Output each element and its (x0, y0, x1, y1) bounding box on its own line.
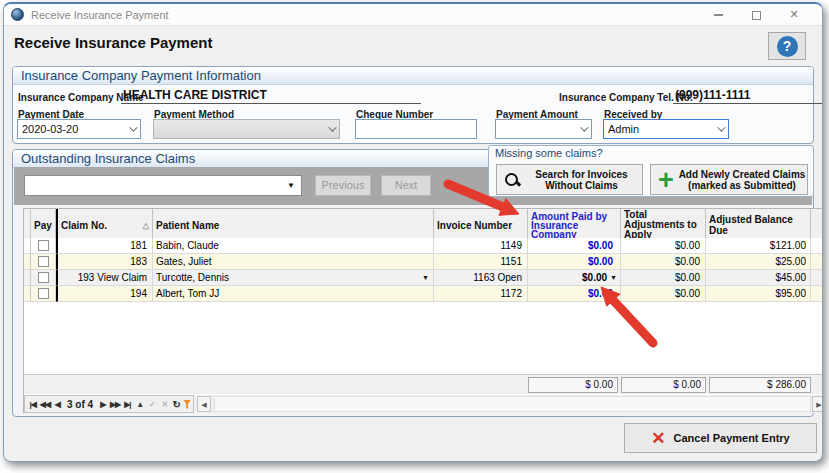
patient-name-combo[interactable]: Turcotte, Dennis ▼ (153, 270, 434, 286)
minimize-button[interactable] (710, 7, 726, 23)
payment-date-value: 2020-03-20 (22, 123, 78, 135)
last-record-button[interactable]: ▶| (122, 400, 133, 409)
next-record-button[interactable]: ▶ (97, 400, 108, 409)
scroll-left-button[interactable]: ◀ (197, 396, 211, 412)
minimize-icon (714, 14, 723, 16)
row-filler (811, 286, 823, 302)
sort-ascending-icon: △ (143, 221, 149, 230)
claim-no-cell: 194 (56, 286, 153, 302)
balance-cell: $25.00 (706, 254, 811, 270)
scroll-right-button[interactable]: ▶ (812, 396, 823, 412)
next-button[interactable]: Next (381, 175, 431, 196)
receive-insurance-payment-dialog: Receive Insurance Payment ✕ Receive Insu… (3, 2, 823, 462)
claims-filter-combo[interactable]: ▼ (24, 175, 302, 196)
collapse-button[interactable]: ▲ (134, 400, 145, 409)
pay-checkbox[interactable] (38, 288, 49, 299)
cancel-payment-button[interactable]: ✕ Cancel Payment Entry (624, 423, 817, 453)
dropdown-icon: ▼ (283, 178, 299, 193)
record-navigator: |◀ ◀◀ ◀ 3 of 4 ▶ ▶▶ ▶| ▲ ✓ ✕ ↻ (24, 395, 194, 413)
table-row-selected: 193 View Claim Turcotte, Dennis ▼ 1163 O… (24, 270, 823, 286)
balance-cell: $45.00 (706, 270, 811, 286)
payment-info-section: Insurance Company Payment Information In… (12, 66, 814, 144)
horizontal-scrollbar-track[interactable] (214, 396, 811, 412)
adjustments-cell: $0.00 (621, 270, 706, 286)
search-invoices-label: Search for Invoices Without Claims (521, 169, 642, 191)
invoice-number-cell: 1172 (434, 286, 528, 302)
pay-checkbox[interactable] (38, 256, 49, 267)
next-page-button[interactable]: ▶▶ (109, 400, 120, 409)
row-filler (811, 238, 823, 254)
missing-claims-panel: Missing some claims? Search for Invoices… (488, 145, 814, 197)
grid-navigator: |◀ ◀◀ ◀ 3 of 4 ▶ ▶▶ ▶| ▲ ✓ ✕ ↻ ◀ ▶ (24, 395, 823, 413)
tel-value: (999)111-1111 (673, 88, 823, 104)
table-row: 183 Gates, Juliet 1151 $0.00 $0.00 $25.0… (24, 254, 823, 270)
invoice-number-cell: 1151 (434, 254, 528, 270)
commit-edit-button[interactable]: ✓ (146, 400, 157, 409)
close-icon: ✕ (789, 8, 798, 20)
claim-no-cell[interactable]: 193 View Claim (56, 270, 153, 286)
pay-cell (31, 286, 56, 302)
maximize-icon (752, 11, 761, 20)
invoice-number-cell: 1163 Open (434, 270, 528, 286)
amount-paid-cell[interactable]: $0.00 (528, 238, 621, 254)
row-indicator (24, 238, 31, 254)
prev-record-button[interactable]: ◀ (52, 400, 63, 409)
cancel-payment-label: Cancel Payment Entry (674, 432, 790, 444)
filter-icon[interactable] (183, 400, 191, 409)
payment-amount-combo[interactable] (495, 119, 592, 139)
cheque-number-input[interactable] (355, 119, 477, 139)
pay-checkbox[interactable] (38, 240, 49, 251)
adjustments-cell: $0.00 (621, 254, 706, 270)
row-indicator (24, 254, 31, 270)
dropdown-icon: ▼ (610, 270, 617, 285)
refresh-button[interactable]: ↻ (171, 399, 182, 410)
received-by-combo[interactable]: Admin (603, 119, 729, 139)
title-bar: Receive Insurance Payment ✕ (4, 4, 822, 26)
plus-icon: + (655, 169, 677, 191)
row-filler (811, 254, 823, 270)
total-amount-paid: $ 0.00 (528, 377, 618, 393)
payment-method-combo (153, 119, 340, 139)
close-button[interactable]: ✕ (786, 7, 802, 23)
claim-no-cell: 181 (56, 238, 153, 254)
company-name-value: HEALTH CARE DISTRICT (121, 88, 421, 104)
invoice-number-cell: 1149 (434, 238, 528, 254)
total-adjustments: $ 0.00 (621, 377, 706, 393)
patient-name-cell: Albert, Tom JJ (153, 286, 434, 302)
dropdown-icon: ▼ (422, 270, 429, 285)
page-title: Receive Insurance Payment (14, 34, 212, 51)
help-icon: ? (777, 36, 798, 57)
maximize-button[interactable] (748, 7, 764, 23)
claims-filter-value (25, 180, 29, 192)
add-claims-label-line1: Add Newly Created Claims (679, 169, 806, 180)
adjustments-cell: $0.00 (621, 238, 706, 254)
prev-page-button[interactable]: ◀◀ (39, 400, 50, 409)
balance-cell: $121.00 (706, 238, 811, 254)
amount-paid-editor[interactable]: $0.00 ▼ (528, 270, 621, 286)
payment-date-combo[interactable]: 2020-03-20 (17, 119, 141, 139)
chevron-down-icon (129, 123, 137, 131)
amount-paid-cell[interactable]: $0.00 (528, 254, 621, 270)
row-indicator (24, 286, 31, 302)
row-indicator (24, 270, 31, 286)
adjustments-cell: $0.00 (621, 286, 706, 302)
window-title: Receive Insurance Payment (31, 9, 169, 21)
previous-button[interactable]: Previous (315, 175, 371, 196)
amount-paid-cell[interactable]: $0.00 (528, 286, 621, 302)
first-record-button[interactable]: |◀ (27, 400, 38, 409)
total-balance: $ 286.00 (709, 377, 811, 393)
search-invoices-button[interactable]: Search for Invoices Without Claims (496, 164, 643, 195)
help-button[interactable]: ? (768, 32, 806, 60)
pay-checkbox[interactable] (38, 272, 49, 283)
record-position: 3 of 4 (64, 399, 96, 410)
missing-claims-label: Missing some claims? (495, 147, 603, 159)
table-header-row: Pay Claim No. △ Patient Name Invoice Num… (24, 209, 823, 238)
row-filler (811, 270, 823, 286)
add-claims-button[interactable]: + Add Newly Created Claims (marked as Su… (650, 164, 808, 195)
balance-cell: $95.00 (706, 286, 811, 302)
table-row: 194 Albert, Tom JJ 1172 $0.00 $0.00 $95.… (24, 286, 823, 302)
chevron-down-icon (328, 123, 336, 131)
cancel-edit-button[interactable]: ✕ (159, 400, 170, 409)
totals-row: $ 0.00 $ 0.00 $ 286.00 (24, 374, 823, 394)
pay-cell (31, 270, 56, 286)
